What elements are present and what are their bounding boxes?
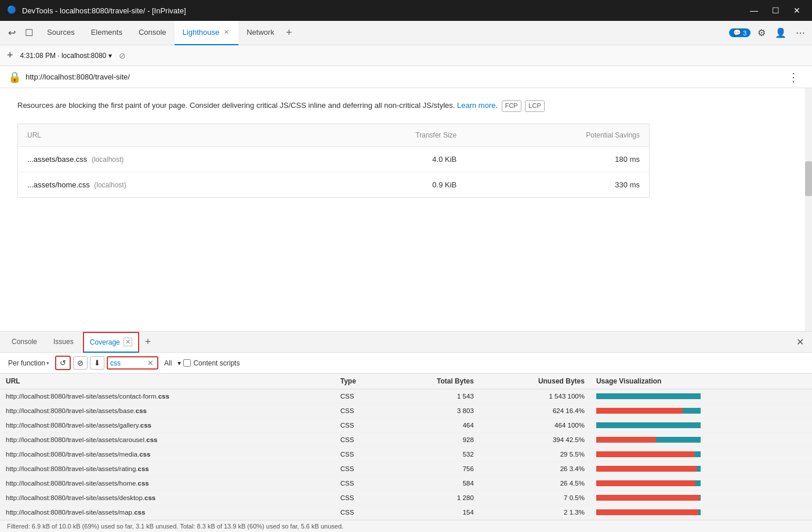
filter-clear-button[interactable]: ✕ [146,359,155,367]
reload-coverage-button[interactable]: ↺ [55,356,71,370]
bottom-tab-issues[interactable]: Issues [46,332,81,353]
tab-lighthouse[interactable]: Lighthouse ✕ [175,21,239,45]
security-bar: 🔒 http://localhost:8080/travel-site/ ⋮ [0,66,812,88]
coverage-type-7: CSS [335,491,387,505]
filter-input[interactable] [110,359,145,367]
coverage-url-4[interactable]: http://localhost:8080/travel-site/assets… [0,447,335,462]
titlebar: 🔵 DevTools - localhost:8080/travel-site/… [0,0,812,21]
col-url-header[interactable]: URL [0,374,335,389]
tab-network[interactable]: Network [238,21,282,45]
coverage-url-5[interactable]: http://localhost:8080/travel-site/assets… [0,462,335,476]
bottom-tab-coverage[interactable]: Coverage ✕ [83,332,139,353]
minimize-button[interactable]: — [745,5,763,16]
new-tab-button[interactable]: + [7,49,13,61]
content-scripts-checkbox[interactable] [183,359,191,367]
resource-size-1: 4.0 KiB [315,146,466,172]
scrollbar-thumb[interactable] [805,161,812,196]
address-time-block[interactable]: 4:31:08 PM · localhost:8080 ▾ [20,52,113,60]
coverage-table-row[interactable]: http://localhost:8080/travel-site/assets… [0,404,812,418]
coverage-table-row[interactable]: http://localhost:8080/travel-site/assets… [0,491,812,505]
col-type-header[interactable]: Type [335,374,387,389]
coverage-viz-7 [590,491,812,505]
coverage-table-row[interactable]: http://localhost:8080/travel-site/assets… [0,447,812,462]
tab-network-label: Network [246,28,274,37]
reload-icon: ↺ [60,359,66,367]
coverage-url-6[interactable]: http://localhost:8080/travel-site/assets… [0,476,335,491]
bottom-tab-console-label: Console [12,338,37,346]
device-toolbar-icon[interactable]: ↩ [5,25,19,41]
notification-badge[interactable]: 💬 3 [729,28,751,37]
stop-icon[interactable]: ⊘ [119,51,126,60]
resource-url-1: ...assets/base.css (localhost) [18,146,316,172]
bottom-close-all-button[interactable]: ✕ [793,335,807,349]
coverage-total-1: 3 803 [387,404,480,418]
col-total-header[interactable]: Total Bytes [387,374,480,389]
all-dropdown-caret: ▾ [177,359,181,367]
per-function-dropdown[interactable]: Per function ▾ [5,358,53,368]
tab-lighthouse-close[interactable]: ✕ [223,28,230,36]
inspect-icon[interactable]: ☐ [21,25,37,41]
download-coverage-button[interactable]: ⬇ [90,356,104,370]
status-text: Filtered: 6.9 kB of 10.0 kB (69%) used s… [7,523,343,530]
coverage-url-3[interactable]: http://localhost:8080/travel-site/assets… [0,433,335,447]
all-dropdown[interactable]: ▾ [177,359,181,367]
all-label: All [161,359,175,367]
col-url: URL [18,124,316,146]
coverage-url-1[interactable]: http://localhost:8080/travel-site/assets… [0,404,335,418]
table-row: ...assets/home.css (localhost) 0.9 KiB 3… [18,172,650,197]
coverage-url-0[interactable]: http://localhost:8080/travel-site/assets… [0,389,335,404]
coverage-total-7: 1 280 [387,491,480,505]
col-unused-header[interactable]: Unused Bytes [480,374,590,389]
coverage-table-row[interactable]: http://localhost:8080/travel-site/assets… [0,462,812,476]
tab-elements[interactable]: Elements [83,21,130,45]
col-transfer-size: Transfer Size [315,124,466,146]
address-chevron-icon: ▾ [108,52,112,60]
coverage-unused-7: 7 0.5% [480,491,590,505]
coverage-type-0: CSS [335,389,387,404]
more-options-button[interactable]: ⋯ [793,25,807,41]
profile-button[interactable]: 👤 [773,25,789,41]
tab-add-button[interactable]: + [282,27,296,39]
close-button[interactable]: ✕ [789,5,805,16]
stop-coverage-button[interactable]: ⊘ [73,356,88,370]
more-actions-button[interactable]: ⋮ [783,69,804,85]
table-row: ...assets/base.css (localhost) 4.0 KiB 1… [18,146,650,172]
coverage-table-row[interactable]: http://localhost:8080/travel-site/assets… [0,505,812,520]
resource-size-2: 0.9 KiB [315,172,466,197]
settings-button[interactable]: ⚙ [755,25,768,41]
coverage-url-8[interactable]: http://localhost:8080/travel-site/assets… [0,505,335,520]
coverage-viz-1 [590,404,812,418]
learn-more-link[interactable]: Learn more [457,101,495,110]
coverage-type-3: CSS [335,433,387,447]
coverage-table-row[interactable]: http://localhost:8080/travel-site/assets… [0,476,812,491]
notification-count: 3 [743,30,746,37]
coverage-unused-1: 624 16.4% [480,404,590,418]
coverage-url-7[interactable]: http://localhost:8080/travel-site/assets… [0,491,335,505]
col-viz-header[interactable]: Usage Visualization [590,374,812,389]
tab-console[interactable]: Console [130,21,175,45]
bottom-tab-add-button[interactable]: + [142,336,155,348]
resource-table: URL Transfer Size Potential Savings ...a… [17,124,650,198]
titlebar-title: DevTools - localhost:8080/travel-site/ -… [22,6,745,15]
status-bar: Filtered: 6.9 kB of 10.0 kB (69%) used s… [0,520,812,532]
coverage-url-2[interactable]: http://localhost:8080/travel-site/assets… [0,418,335,433]
coverage-type-4: CSS [335,447,387,462]
coverage-table-row[interactable]: http://localhost:8080/travel-site/assets… [0,389,812,404]
bottom-tab-console[interactable]: Console [5,332,44,353]
content-scripts-label: Content scripts [193,359,240,367]
coverage-total-3: 928 [387,433,480,447]
lighthouse-panel: Resources are blocking the first paint o… [0,88,812,331]
tab-sources[interactable]: Sources [39,21,83,45]
coverage-table-row[interactable]: http://localhost:8080/travel-site/assets… [0,433,812,447]
coverage-table-container: URL Type Total Bytes Unused Bytes Usage … [0,374,812,520]
bottom-tab-coverage-close[interactable]: ✕ [124,338,132,346]
maximize-button[interactable]: ☐ [767,5,784,16]
coverage-unused-6: 26 4.5% [480,476,590,491]
coverage-viz-2 [590,418,812,433]
coverage-total-8: 154 [387,505,480,520]
main-content: Resources are blocking the first paint o… [0,88,812,532]
coverage-table-row[interactable]: http://localhost:8080/travel-site/assets… [0,418,812,433]
tab-sources-label: Sources [47,28,75,37]
fcp-tag: FCP [502,100,521,112]
devtools-tabs-bar: ↩ ☐ Sources Elements Console Lighthouse … [0,21,812,45]
